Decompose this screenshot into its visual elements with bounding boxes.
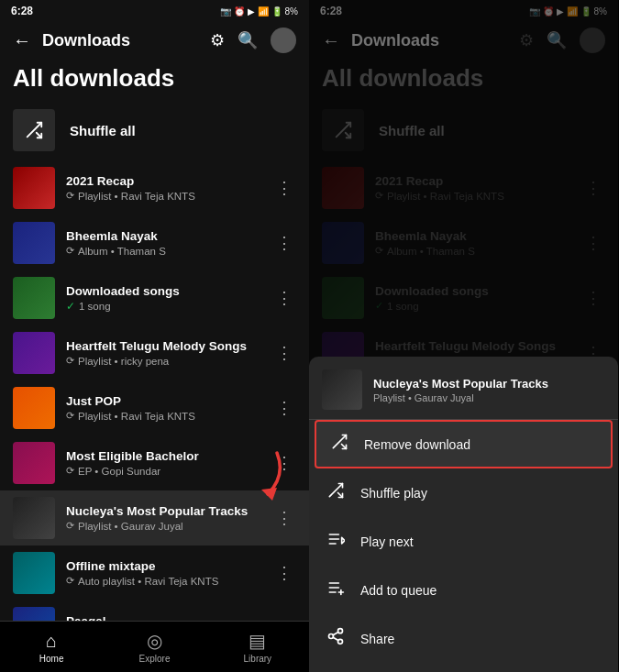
library-icon-left: ▤ xyxy=(249,630,266,652)
list-item-downloaded[interactable]: Downloaded songs✓ 1 song⋮ xyxy=(0,270,309,325)
more-btn-nucleya[interactable]: ⋮ xyxy=(272,504,296,532)
list-item-justpop[interactable]: Just POP⟳ Playlist • Ravi Teja KNTS⋮ xyxy=(0,380,309,435)
list-item-paagal[interactable]: Paagal⟳ Album • Radhan⋮ xyxy=(0,600,309,621)
explore-icon-left: ◎ xyxy=(147,630,162,652)
sub-bachelor: ⟳ EP • Gopi Sundar xyxy=(66,465,261,477)
thumb-bachelor xyxy=(13,442,55,484)
avatar-right[interactable] xyxy=(580,28,605,53)
info-heartfelt: Heartfelt Telugu Melody Songs⟳ Playlist … xyxy=(66,339,261,367)
home-icon-left: ⌂ xyxy=(46,631,57,652)
svg-line-21 xyxy=(333,637,338,640)
add-to-queue-icon xyxy=(326,578,346,601)
list-item-right-downloaded: Downloaded songs✓ 1 song⋮ xyxy=(309,270,618,325)
thumb-nucleya xyxy=(13,497,55,539)
add-to-queue-item[interactable]: Add to queue xyxy=(309,566,618,614)
add-to-queue-label: Add to queue xyxy=(360,583,437,598)
sync-icon-heartfelt: ⟳ xyxy=(66,355,74,367)
list-item-recap[interactable]: 2021 Recap⟳ Playlist • Ravi Teja KNTS⋮ xyxy=(0,160,309,215)
shuffle-icon-right xyxy=(333,120,353,140)
page-title-right: All downloads xyxy=(309,59,618,100)
name-bachelor: Most Eligible Bachelor xyxy=(66,449,261,463)
list-item-nucleya[interactable]: Nucleya's Most Popular Tracks⟳ Playlist … xyxy=(0,490,309,545)
context-item-sub: Playlist • Gaurav Juyal xyxy=(373,392,548,403)
info-downloaded: Downloaded songs✓ 1 song xyxy=(66,284,261,313)
search-icon-right[interactable]: 🔍 xyxy=(547,30,567,50)
more-btn-bachelor[interactable]: ⋮ xyxy=(272,449,296,477)
left-screen: 6:28 📷 ⏰ ▶ 📶 🔋 8% ← Downloads ⚙ 🔍 All do… xyxy=(0,0,309,672)
nav-explore-left[interactable]: ◎ Explore xyxy=(103,622,205,672)
explore-label-left: Explore xyxy=(139,654,171,664)
more-btn-bheemla[interactable]: ⋮ xyxy=(272,229,296,257)
more-btn-downloaded[interactable]: ⋮ xyxy=(272,284,296,312)
share-item[interactable]: Share xyxy=(309,614,618,663)
thumb-paagal xyxy=(13,607,55,621)
thumb-right-downloaded xyxy=(322,277,364,319)
nav-library-left[interactable]: ▤ Library xyxy=(206,622,309,672)
back-button-left[interactable]: ← xyxy=(13,30,31,51)
more-btn-offline[interactable]: ⋮ xyxy=(272,559,296,587)
thumb-bheemla xyxy=(13,222,55,264)
list-item-offline[interactable]: Offline mixtape⟳ Auto playlist • Ravi Te… xyxy=(0,545,309,600)
share-icon xyxy=(326,627,346,650)
sync-icon-justpop: ⟳ xyxy=(66,410,74,422)
svg-marker-12 xyxy=(342,537,345,544)
sub-offline: ⟳ Auto playlist • Ravi Teja KNTS xyxy=(66,575,261,587)
library-label-left: Library xyxy=(244,654,272,664)
name-justpop: Just POP xyxy=(66,394,261,408)
more-btn-heartfelt[interactable]: ⋮ xyxy=(272,339,296,367)
sync-icon-offline: ⟳ xyxy=(66,575,74,587)
sync-icon-bachelor: ⟳ xyxy=(66,465,74,477)
info-bheemla: Bheemla Nayak⟳ Album • Thaman S xyxy=(66,229,261,257)
list-item-heartfelt[interactable]: Heartfelt Telugu Melody Songs⟳ Playlist … xyxy=(0,325,309,380)
page-title-left: All downloads xyxy=(0,59,309,100)
name-bheemla: Bheemla Nayak xyxy=(66,229,261,243)
shuffle-all-left[interactable]: Shuffle all xyxy=(0,100,309,160)
search-icon-left[interactable]: 🔍 xyxy=(238,30,258,50)
back-button-right[interactable]: ← xyxy=(322,30,340,51)
remove-download-item[interactable]: Remove download xyxy=(315,420,613,468)
home-label-left: Home xyxy=(39,654,64,664)
downloads-list-left: 2021 Recap⟳ Playlist • Ravi Teja KNTS⋮Bh… xyxy=(0,160,309,621)
info-bachelor: Most Eligible Bachelor⟳ EP • Gopi Sundar xyxy=(66,449,261,477)
info-nucleya: Nucleya's Most Popular Tracks⟳ Playlist … xyxy=(66,504,261,532)
shuffle-icon-box-right xyxy=(322,109,364,151)
sub-heartfelt: ⟳ Playlist • ricky pena xyxy=(66,355,261,367)
sync-icon-bheemla: ⟳ xyxy=(66,245,74,257)
more-btn-justpop[interactable]: ⋮ xyxy=(272,394,296,422)
nav-home-left[interactable]: ⌂ Home xyxy=(0,622,103,672)
info-justpop: Just POP⟳ Playlist • Ravi Teja KNTS xyxy=(66,394,261,422)
play-next-item[interactable]: Play next xyxy=(309,517,618,566)
context-header-info: Nucleya's Most Popular Tracks Playlist •… xyxy=(373,377,548,403)
shuffle-all-right[interactable]: Shuffle all xyxy=(309,100,618,160)
thumb-right-recap xyxy=(322,167,364,209)
sync-icon-recap: ⟳ xyxy=(66,190,74,202)
name-heartfelt: Heartfelt Telugu Melody Songs xyxy=(66,339,261,353)
shuffle-play-item[interactable]: Shuffle play xyxy=(309,468,618,517)
remove-download-label: Remove download xyxy=(364,437,470,452)
list-item-bheemla[interactable]: Bheemla Nayak⟳ Album • Thaman S⋮ xyxy=(0,215,309,270)
play-next-icon xyxy=(326,530,346,553)
context-menu-header: Nucleya's Most Popular Tracks Playlist •… xyxy=(309,357,618,420)
sub-bheemla: ⟳ Album • Thaman S xyxy=(66,245,261,257)
settings-icon-left[interactable]: ⚙ xyxy=(210,30,225,50)
context-thumb xyxy=(322,369,362,410)
avatar-left[interactable] xyxy=(271,28,296,53)
more-btn-recap[interactable]: ⋮ xyxy=(272,174,296,202)
more-btn-paagal[interactable]: ⋮ xyxy=(272,614,296,621)
list-item-bachelor[interactable]: Most Eligible Bachelor⟳ EP • Gopi Sundar… xyxy=(0,435,309,490)
header-left: ← Downloads ⚙ 🔍 xyxy=(0,22,309,59)
downloaded-icon-downloaded: ✓ xyxy=(66,300,75,313)
info-offline: Offline mixtape⟳ Auto playlist • Ravi Te… xyxy=(66,559,261,587)
shuffle-play-label: Shuffle play xyxy=(360,486,427,501)
list-item-right-bheemla: Bheemla Nayak⟳ Album • Thaman S⋮ xyxy=(309,215,618,270)
status-bar-right: 6:28 📷 ⏰ ▶ 📶 🔋 8% xyxy=(309,0,618,22)
thumb-justpop xyxy=(13,387,55,429)
sync-icon-nucleya: ⟳ xyxy=(66,520,74,532)
sub-nucleya: ⟳ Playlist • Gaurav Juyal xyxy=(66,520,261,532)
settings-icon-right[interactable]: ⚙ xyxy=(519,30,534,50)
status-icons-left: 📷 ⏰ ▶ 📶 🔋 8% xyxy=(220,6,298,17)
share-label: Share xyxy=(360,632,394,646)
page-header-title-right: Downloads xyxy=(351,31,508,50)
header-icons-left: ⚙ 🔍 xyxy=(210,28,296,53)
name-downloaded: Downloaded songs xyxy=(66,284,261,298)
